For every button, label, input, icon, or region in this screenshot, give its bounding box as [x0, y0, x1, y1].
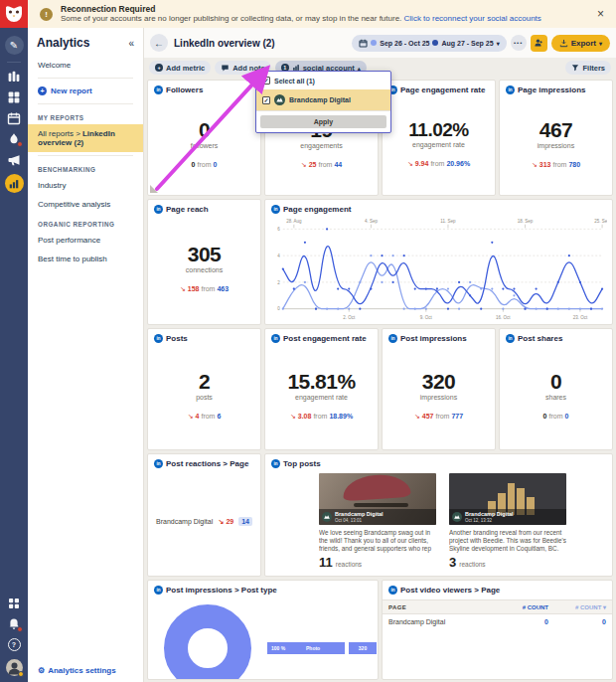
svg-text:2. Oct: 2. Oct — [343, 315, 356, 320]
sidebar-item-industry[interactable]: Industry — [28, 176, 143, 195]
analytics-settings-button[interactable]: ⚙ Analytics settings — [38, 666, 116, 675]
sidebar-item-active-report[interactable]: All reports >LinkedIn overview (2) — [28, 124, 143, 152]
top-post-1[interactable]: Brandcamp Digital Oct 04, 13:01 We love … — [319, 473, 436, 570]
trend-down-icon: ↘ — [532, 161, 538, 169]
card-resize-handle[interactable] — [150, 185, 158, 193]
page-engagement-line-chart: 024628. Aug4. Sep11. Sep18. Sep25. Sep2.… — [270, 216, 607, 321]
notifications-bell-icon[interactable] — [7, 617, 21, 631]
metric-body: 305 connections ↘158from463 — [148, 218, 260, 318]
metric-value: 0 — [199, 119, 210, 140]
linkedin-icon: in — [388, 586, 397, 595]
reconnect-link[interactable]: Click to reconnect your social accounts — [404, 14, 541, 23]
glasses-graphic — [354, 503, 407, 508]
svg-text:0: 0 — [277, 306, 280, 311]
export-button[interactable]: Export ▾ — [551, 35, 610, 52]
analytics-icon[interactable] — [5, 174, 24, 193]
metric-body: 320 impressions ↘457from777 — [383, 347, 495, 443]
sidebar-item-post-performance[interactable]: Post performance — [28, 231, 143, 250]
engage-icon[interactable] — [7, 132, 21, 146]
followers-card[interactable]: inFollowers 0 followers 0from0 — [147, 80, 261, 196]
linkedin-icon: in — [154, 586, 163, 595]
metric-body: 0 followers 0from0 — [148, 98, 260, 189]
top-posts-card[interactable]: inTop posts Brandcamp Digital Oct 04, 13… — [264, 453, 613, 577]
page-engagement-rate-card[interactable]: inPage engagement rate 11.02% engagement… — [382, 80, 496, 196]
new-report-button[interactable]: + New report — [28, 82, 143, 100]
row-count-compare[interactable]: 0 — [548, 618, 606, 625]
post-impressions-card[interactable]: inPost impressions 320 impressions ↘457f… — [382, 328, 496, 450]
metric-value: 11.02% — [408, 120, 468, 139]
more-options-button[interactable]: ••• — [511, 35, 527, 51]
organic-reporting-header: ORGANIC REPORTING — [28, 214, 143, 231]
account-option-brandcamp[interactable]: ✓ Brandcamp Digital — [256, 89, 390, 110]
checkbox-checked[interactable]: ✓ — [262, 96, 270, 104]
hootsuite-logo[interactable] — [0, 0, 28, 28]
filters-button[interactable]: Filters — [565, 61, 611, 75]
add-metric-button[interactable]: + Add metric — [149, 61, 211, 75]
metric-body: 2 posts ↘4from6 — [148, 347, 260, 443]
post-shares-card[interactable]: inPost shares 0 shares 0from0 — [499, 328, 613, 450]
card-title: Followers — [166, 85, 203, 94]
column-count-current[interactable]: # COUNT — [491, 604, 548, 610]
collapse-sidebar-icon[interactable]: « — [128, 38, 134, 49]
streams-icon[interactable] — [7, 70, 21, 84]
calendar-icon — [359, 39, 368, 48]
account-avatar[interactable] — [6, 659, 23, 676]
post-metric-label: reactions — [459, 561, 485, 568]
select-all-option[interactable]: ✓ Select all (1) — [256, 72, 390, 89]
metric-unit: posts — [196, 394, 213, 401]
date-range-picker[interactable]: Sep 26 - Oct 25 Aug 27 - Sep 25 ▾ — [352, 35, 506, 52]
card-title: Page impressions — [518, 85, 585, 94]
plus-icon: + — [38, 86, 47, 95]
posts-card[interactable]: inPosts 2 posts ↘4from6 — [147, 328, 261, 450]
app-rail: ✎ ? — [0, 0, 28, 682]
page-reach-card[interactable]: inPage reach 305 connections ↘158from463 — [147, 199, 261, 325]
advertise-icon[interactable] — [7, 153, 21, 167]
post-reactions-card[interactable]: inPost reactions > Page Brandcamp Digita… — [147, 453, 261, 577]
close-icon[interactable]: × — [597, 7, 604, 21]
filters-label: Filters — [582, 64, 605, 73]
table-header: PAGE # COUNT # COUNT ▾ — [383, 599, 612, 614]
compose-icon[interactable]: ✎ — [5, 36, 24, 55]
card-title: Post impressions > Post type — [166, 586, 277, 595]
page-engagement-chart-card[interactable]: inPage engagement 024628. Aug4. Sep11. S… — [264, 199, 613, 325]
apply-button[interactable]: Apply — [260, 115, 386, 128]
top-post-2[interactable]: Brandcamp Digital Oct 12, 13:32 Another … — [449, 473, 566, 570]
svg-text:18. Sep: 18. Sep — [518, 219, 534, 224]
sidebar-item-competitive-analysis[interactable]: Competitive analysis — [28, 195, 143, 214]
calendar-icon[interactable] — [7, 111, 21, 125]
help-icon[interactable]: ? — [7, 638, 21, 652]
report-header: ← LinkedIn overview (2) Sep 26 - Oct 25 … — [144, 28, 616, 58]
video-viewers-card[interactable]: inPost video viewers > Page PAGE # COUNT… — [382, 580, 613, 680]
post-engagement-rate-card[interactable]: inPost engagement rate 15.81% engagement… — [264, 328, 379, 450]
svg-text:28. Aug: 28. Aug — [286, 219, 302, 224]
metric-delta: ↘4from6 — [188, 413, 222, 421]
person-plus-icon — [534, 38, 543, 48]
planner-icon[interactable] — [7, 90, 21, 104]
divider — [38, 155, 133, 156]
column-count-compare[interactable]: # COUNT ▾ — [548, 603, 606, 610]
post-type-donut-card[interactable]: inPost impressions > Post type 100 % Pho… — [147, 580, 379, 680]
post-type-donut-chart — [164, 604, 251, 680]
apps-icon[interactable] — [7, 597, 21, 610]
metric-delta: 0from0 — [543, 413, 569, 420]
page-impressions-card[interactable]: inPage impressions 467 impressions ↘313f… — [499, 80, 613, 196]
sidebar-item-welcome[interactable]: Welcome — [28, 56, 143, 75]
linkedin-icon: in — [271, 459, 280, 468]
banner-title: Reconnection Required — [61, 4, 541, 15]
metric-body: 0 shares 0from0 — [500, 347, 612, 443]
share-report-button[interactable] — [531, 35, 547, 52]
back-button[interactable]: ← — [150, 34, 168, 52]
help-glyph: ? — [8, 638, 21, 651]
checkbox-checked[interactable]: ✓ — [262, 77, 270, 85]
row-count-current[interactable]: 0 — [491, 618, 548, 625]
compare-badge: 14 — [238, 517, 252, 526]
linkedin-icon: in — [154, 459, 163, 468]
notification-dot — [17, 626, 23, 632]
svg-text:2: 2 — [277, 280, 280, 285]
metric-unit: connections — [186, 266, 223, 273]
row-page-name: Brandcamp Digital — [388, 618, 491, 625]
card-title: Post engagement rate — [283, 334, 367, 343]
metric-value: 15.81% — [287, 371, 355, 392]
sidebar-item-best-time-to-publish[interactable]: Best time to publish — [28, 250, 143, 268]
metric-value: 320 — [422, 371, 456, 392]
